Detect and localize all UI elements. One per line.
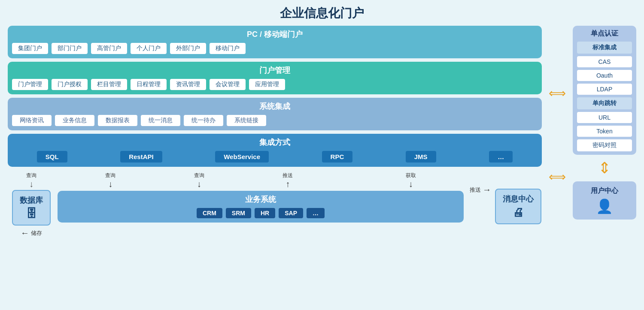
user-center-title: 用户中心 bbox=[591, 187, 618, 196]
query-arrow-db: 查询 ↓ bbox=[26, 172, 36, 189]
pc-portal-block: PC / 移动端门户 集团门户 部门门户 高管门户 个人门户 外部门户 移动门户 bbox=[8, 26, 542, 58]
sso-single-jump: 单向跳转 bbox=[577, 97, 632, 109]
orange-arrow-v: ⇕ bbox=[598, 159, 611, 177]
push-arrow-section: 推送 → bbox=[466, 185, 495, 195]
tag-restapi: RestAPI bbox=[120, 151, 162, 163]
database-card: 数据库 🗄 bbox=[12, 190, 51, 226]
right-arrow-icon: → bbox=[483, 185, 491, 195]
sso-standard-label: 标准集成 bbox=[577, 42, 632, 54]
system-integration-tags: 网络资讯 业务信息 数据报表 统一消息 统一待办 系统链接 bbox=[12, 115, 538, 126]
tag-gaoguan: 高管门户 bbox=[91, 43, 127, 54]
tag-hygl: 会议管理 bbox=[210, 79, 246, 90]
database-section: 查询 ↓ 数据库 🗄 ← 储存 bbox=[8, 172, 55, 238]
orange-arrow-h-top: ⟺ bbox=[549, 87, 566, 99]
sso-token: Token bbox=[577, 126, 632, 137]
business-section: 查询 ↓ 查询 ↓ 推送 ↑ 获取 ↓ bbox=[58, 172, 464, 223]
tag-xtlj: 系统链接 bbox=[227, 115, 266, 126]
sso-block: 单点认证 标准集成 CAS Oauth LDAP 单向跳转 URL Token … bbox=[573, 26, 636, 155]
push-label-top: 推送 bbox=[283, 172, 293, 179]
tag-crm: CRM bbox=[197, 208, 222, 218]
query-label-2: 查询 bbox=[194, 172, 204, 179]
business-system-block: 业务系统 CRM SRM HR SAP … bbox=[58, 191, 464, 223]
arrow-col-1: 查询 ↓ bbox=[105, 172, 115, 189]
tag-sql: SQL bbox=[37, 151, 67, 163]
tag-lmgl: 栏目管理 bbox=[91, 79, 127, 90]
tag-mhgl: 门户管理 bbox=[12, 79, 48, 90]
portal-mgmt-tags: 门户管理 门户授权 栏目管理 日程管理 资讯管理 会议管理 应用管理 bbox=[12, 79, 538, 90]
arrow-col-2: 查询 ↓ bbox=[194, 172, 204, 189]
tag-mhsq: 门户授权 bbox=[52, 79, 88, 90]
tag-jms: JMS bbox=[406, 151, 436, 163]
sso-url: URL bbox=[577, 112, 632, 123]
left-arrow-icon: ← bbox=[21, 228, 29, 238]
sso-password: 密码对照 bbox=[577, 139, 632, 151]
message-center-section: 获取 ↓ 消息中心 🖨 bbox=[495, 172, 542, 224]
sso-title: 单点认证 bbox=[577, 29, 632, 38]
down-arrow-2: ↓ bbox=[197, 179, 201, 189]
message-center-card: 消息中心 🖨 bbox=[495, 189, 541, 224]
bottom-row: 查询 ↓ 数据库 🗄 ← 储存 查询 ↓ bbox=[8, 172, 542, 238]
get-label: 获取 bbox=[406, 172, 416, 179]
integration-method-block: 集成方式 SQL RestAPI WebService RPC JMS … bbox=[8, 134, 542, 167]
message-center-icon: 🖨 bbox=[513, 206, 524, 219]
tag-rpc: RPC bbox=[322, 151, 353, 163]
right-panel: 单点认证 标准集成 CAS Oauth LDAP 单向跳转 URL Token … bbox=[573, 26, 636, 305]
database-label: 数据库 bbox=[20, 195, 43, 205]
portal-mgmt-block: 门户管理 门户管理 门户授权 栏目管理 日程管理 资讯管理 会议管理 应用管理 bbox=[8, 62, 542, 94]
store-arrow: ← 储存 bbox=[21, 228, 42, 238]
sso-cas: CAS bbox=[577, 56, 632, 67]
tag-geren: 个人门户 bbox=[131, 43, 167, 54]
tag-ywxx: 业务信息 bbox=[55, 115, 94, 126]
tag-hr: HR bbox=[255, 208, 275, 218]
push-label-biz: 推送 bbox=[470, 186, 481, 194]
arrow-col-3: 推送 ↑ bbox=[283, 172, 293, 189]
tag-yygl: 应用管理 bbox=[249, 79, 285, 90]
tag-wlzx: 网络资讯 bbox=[12, 115, 52, 126]
sso-oauth: Oauth bbox=[577, 70, 632, 81]
tag-rcgl: 日程管理 bbox=[131, 79, 167, 90]
tag-more-biz: … bbox=[307, 208, 325, 218]
business-system-title: 业务系统 bbox=[63, 194, 459, 205]
tag-tydd: 统一待办 bbox=[184, 115, 223, 126]
business-tags: CRM SRM HR SAP … bbox=[63, 208, 459, 218]
page-title: 企业信息化门户 bbox=[0, 0, 644, 26]
user-center-icon: 👤 bbox=[596, 198, 613, 214]
tag-jituan: 集团门户 bbox=[12, 43, 48, 54]
tag-srm: SRM bbox=[226, 208, 251, 218]
pc-portal-title: PC / 移动端门户 bbox=[12, 29, 538, 39]
tag-webservice: WebService bbox=[215, 151, 269, 163]
message-center-label: 消息中心 bbox=[503, 194, 534, 204]
store-label: 储存 bbox=[31, 229, 42, 237]
business-query-arrows: 查询 ↓ 查询 ↓ 推送 ↑ 获取 ↓ bbox=[58, 172, 464, 189]
portal-mgmt-title: 门户管理 bbox=[12, 65, 538, 75]
user-center-block: 用户中心 👤 bbox=[573, 181, 636, 220]
tag-tyxx: 统一消息 bbox=[141, 115, 180, 126]
tag-yidong: 移动门户 bbox=[210, 43, 246, 54]
system-integration-block: 系统集成 网络资讯 业务信息 数据报表 统一消息 统一待办 系统链接 bbox=[8, 98, 542, 130]
database-icon: 🗄 bbox=[26, 207, 37, 220]
tag-zxgl: 资讯管理 bbox=[170, 79, 206, 90]
down-arrow-4: ↓ bbox=[409, 179, 413, 189]
integration-method-title: 集成方式 bbox=[12, 137, 538, 147]
tag-waibu: 外部门户 bbox=[170, 43, 206, 54]
tag-sap: SAP bbox=[279, 208, 303, 218]
connector-col: ⟺ ⟺ bbox=[547, 26, 568, 305]
tag-bumen: 部门门户 bbox=[52, 43, 88, 54]
tag-sjbb: 数据报表 bbox=[98, 115, 137, 126]
system-integration-title: 系统集成 bbox=[12, 101, 538, 111]
pc-portal-tags: 集团门户 部门门户 高管门户 个人门户 外部门户 移动门户 bbox=[12, 43, 538, 54]
orange-arrow-h-bottom: ⟺ bbox=[549, 171, 566, 183]
query-label-1: 查询 bbox=[105, 172, 115, 179]
integration-method-tags: SQL RestAPI WebService RPC JMS … bbox=[12, 151, 538, 163]
tag-more: … bbox=[489, 151, 513, 163]
sso-ldap: LDAP bbox=[577, 84, 632, 95]
down-arrow-1: ↓ bbox=[108, 179, 112, 189]
arrow-col-4: 获取 ↓ bbox=[406, 172, 416, 189]
up-arrow-1: ↑ bbox=[286, 179, 290, 189]
